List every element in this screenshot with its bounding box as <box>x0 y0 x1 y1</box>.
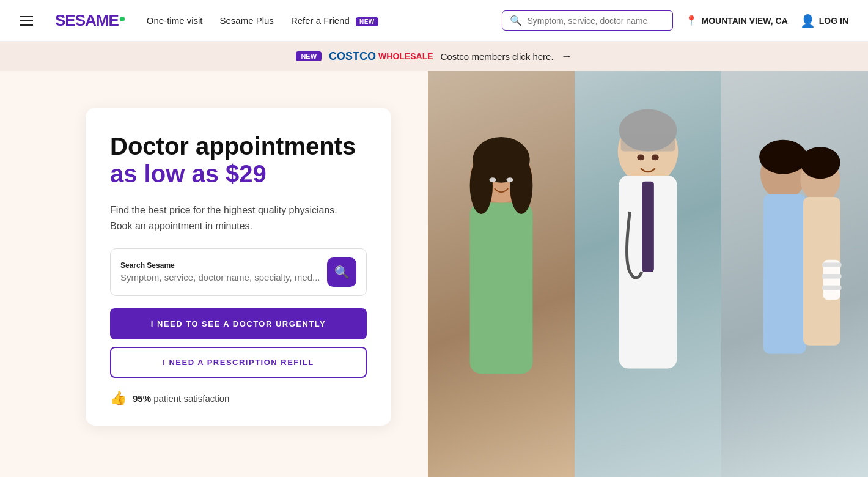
banner-message: Costco members click here. <box>441 51 554 62</box>
search-sesame-input[interactable] <box>120 272 327 283</box>
location-icon: 📍 <box>685 15 697 26</box>
svg-point-6 <box>489 178 496 182</box>
svg-point-5 <box>510 157 532 214</box>
costco-banner[interactable]: NEW COSTCO WHOLESALE Costco members clic… <box>0 42 868 71</box>
nav-links: One-time visit Sesame Plus Refer a Frien… <box>147 15 378 26</box>
prescription-refill-button[interactable]: I NEED A PRESCRIPTION REFILL <box>110 347 367 378</box>
svg-rect-22 <box>822 286 842 290</box>
svg-point-24 <box>800 147 840 179</box>
search-sesame-label: Search Sesame <box>120 261 327 270</box>
hero-image-3 <box>721 71 868 477</box>
satisfaction-bar: 👍 95% patient satisfaction <box>110 390 367 406</box>
nav-link-refer-friend[interactable]: Refer a Friend NEW <box>291 15 378 26</box>
logo-text: SESAME <box>55 11 119 30</box>
svg-point-4 <box>470 157 493 214</box>
svg-rect-20 <box>822 263 842 267</box>
svg-point-12 <box>637 155 644 161</box>
search-bar[interactable]: 🔍 <box>502 10 673 31</box>
nav-link-sesame-plus[interactable]: Sesame Plus <box>220 15 274 26</box>
nav-left: SESAME One-time visit Sesame Plus Refer … <box>20 11 378 30</box>
hero-description: Find the best price for the highest qual… <box>110 202 367 234</box>
hero-title-line2: as low as $29 <box>110 160 267 187</box>
logo-dot <box>120 17 125 21</box>
svg-rect-14 <box>621 133 675 152</box>
person-image-1 <box>435 111 567 477</box>
costco-logo: COSTCO WHOLESALE <box>329 50 433 63</box>
satisfaction-text: 95% patient satisfaction <box>133 393 229 404</box>
hamburger-menu[interactable] <box>20 16 33 26</box>
hero-image-2 <box>575 71 721 477</box>
banner-arrow[interactable]: → <box>561 50 572 63</box>
svg-rect-11 <box>642 182 654 272</box>
hero-image-1 <box>428 71 575 477</box>
svg-rect-1 <box>470 203 533 374</box>
search-sesame-inner: Search Sesame <box>120 261 327 283</box>
search-button-icon: 🔍 <box>334 265 350 279</box>
thumbs-up-icon: 👍 <box>110 390 127 406</box>
hero-title-line1: Doctor appointments <box>110 133 356 160</box>
user-icon: 👤 <box>800 13 815 28</box>
search-sesame-button[interactable]: 🔍 <box>327 257 356 287</box>
main-content: Doctor appointments as low as $29 Find t… <box>0 71 868 477</box>
svg-point-13 <box>652 155 659 161</box>
refer-friend-badge: NEW <box>356 17 378 26</box>
urgent-doctor-button[interactable]: I NEED TO SEE A DOCTOR URGENTLY <box>110 308 367 339</box>
person-image-3 <box>729 111 861 477</box>
costco-wholesale-text: WHOLESALE <box>378 51 433 61</box>
nav-link-one-time-visit[interactable]: One-time visit <box>147 15 203 26</box>
login-label: LOG IN <box>819 16 848 26</box>
satisfaction-percent: 95% <box>133 393 151 404</box>
svg-rect-21 <box>822 275 842 279</box>
location-text: MOUNTAIN VIEW, CA <box>701 16 787 26</box>
images-panel <box>428 71 868 477</box>
search-input[interactable] <box>527 16 665 26</box>
login-button[interactable]: 👤 LOG IN <box>800 13 848 28</box>
search-sesame-box[interactable]: Search Sesame 🔍 <box>110 248 367 296</box>
hero-card: Doctor appointments as low as $29 Find t… <box>86 108 391 426</box>
logo[interactable]: SESAME <box>55 11 125 30</box>
nav-right: 🔍 📍 MOUNTAIN VIEW, CA 👤 LOG IN <box>502 10 848 31</box>
navbar: SESAME One-time visit Sesame Plus Refer … <box>0 0 868 42</box>
person-image-2 <box>582 91 714 477</box>
location-button[interactable]: 📍 MOUNTAIN VIEW, CA <box>685 15 787 26</box>
banner-new-badge: NEW <box>296 51 322 61</box>
svg-point-23 <box>759 140 807 174</box>
svg-rect-16 <box>763 194 806 354</box>
svg-point-7 <box>506 178 513 182</box>
satisfaction-label: patient satisfaction <box>153 393 229 404</box>
costco-logo-text: COSTCO <box>329 50 376 63</box>
hero-title: Doctor appointments as low as $29 <box>110 132 367 188</box>
cta-buttons: I NEED TO SEE A DOCTOR URGENTLY I NEED A… <box>110 308 367 378</box>
search-icon: 🔍 <box>510 15 522 26</box>
left-panel: Doctor appointments as low as $29 Find t… <box>0 71 428 477</box>
